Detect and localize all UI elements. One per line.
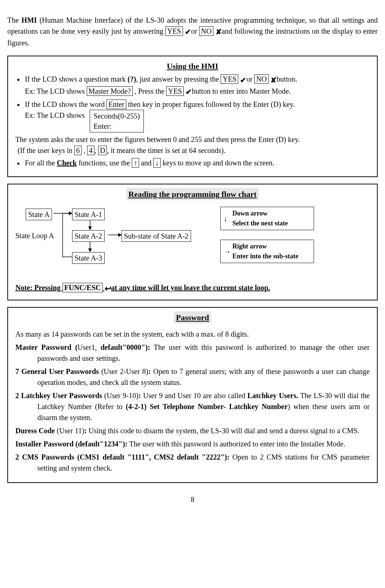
password-section: Password As many as 14 passwords can be …	[7, 307, 378, 483]
enter-word: Enter	[106, 100, 126, 109]
t: (User 2-User 8)	[99, 367, 148, 375]
t: Ex: The LCD shows	[25, 111, 85, 119]
lcd-line2: Enter:	[94, 121, 140, 131]
hmi-term: HMI	[21, 16, 37, 24]
key-D: D	[98, 146, 107, 155]
flow-arrows-svg	[15, 207, 370, 280]
t: keys to move up and down the screen.	[161, 159, 274, 167]
pw-intro: As many as 14 passwords can be set in th…	[15, 329, 370, 340]
pw-installer: Installer Password (default"1234"): The …	[15, 438, 370, 449]
x-icon: ✘	[216, 26, 222, 37]
yes-key: YES	[221, 74, 238, 84]
func-esc-key: FUNC/ESC	[63, 283, 103, 292]
substate-A2: Sub-state of State A-2	[122, 230, 191, 242]
check-icon: ✔	[186, 86, 192, 97]
state-A: State A	[26, 209, 52, 220]
t: , it means the timer is set at 64 second…	[107, 146, 225, 154]
t: Installer Password (default"1234"):	[15, 440, 127, 448]
hmi-title: Using the HMI	[167, 61, 218, 71]
t: If the LCD shows a question mark	[25, 75, 128, 83]
t: then key in proper figures followed by t…	[126, 100, 295, 108]
check-term: Check	[57, 159, 76, 167]
t: Enter into the sub-state	[232, 251, 309, 261]
t: :	[84, 427, 87, 435]
state-loop-label: State Loop A	[15, 230, 54, 241]
right-arrow-icon: →	[224, 246, 231, 257]
t: Using this code to disarm the system, th…	[87, 427, 359, 435]
t: ,	[94, 146, 98, 154]
t: For all the	[25, 159, 57, 167]
t: Latchkey Users.	[247, 392, 298, 400]
check-icon: ✔	[240, 75, 246, 86]
legend-down: ↓ Down arrow Select the next state	[220, 207, 314, 230]
t: (If the user keys in	[18, 146, 74, 154]
hmi-if-line: (If the user keys in 6 , 4, D, it means …	[15, 145, 370, 156]
check-icon: ✔	[185, 26, 191, 37]
t: If the LCD shows the word	[25, 100, 106, 108]
t: User 9 and User 10 are also called	[141, 392, 247, 400]
page-number: 8	[7, 494, 378, 505]
state-A1: State A-1	[72, 209, 105, 220]
legend-right: → Right arrow Enter into the sub-state	[220, 240, 314, 263]
hmi-section: Using the HMI If the LCD shows a questio…	[7, 56, 378, 177]
hmi-sys-line: The system asks the user to enter the fi…	[15, 134, 370, 145]
t: ,	[82, 146, 87, 154]
t: or	[246, 75, 254, 83]
t: and	[139, 159, 153, 167]
yes-key: YES	[165, 26, 183, 36]
flow-diagram: State A State A-1 State A-2 State A-3 Su…	[15, 207, 370, 280]
t: (4-2-1) Set Telephone Number- Latchkey N…	[126, 402, 288, 411]
pw-latchkey: 2 Latchkey User Passwords (User 9-10): U…	[15, 390, 370, 423]
t: 7 General User Passwords	[15, 367, 99, 375]
t: Note: Pressing	[15, 284, 63, 292]
lcd-display: Seconds(0-255) Enter:	[90, 110, 144, 132]
t: button.	[277, 75, 297, 83]
t: (User 11)	[55, 427, 84, 435]
t: , Press the	[133, 87, 167, 95]
t: Down arrow	[232, 209, 309, 218]
t: , just answer by pressing the	[136, 75, 221, 83]
pw-duress: Duress Code (User 11): Using this code t…	[15, 425, 370, 436]
key-6: 6	[74, 146, 82, 155]
t: functions, use the	[77, 159, 132, 167]
t: Duress Code	[15, 427, 55, 435]
flowchart-section: Reading the programming flow chart State…	[7, 184, 378, 300]
t: Master Password (	[15, 343, 78, 351]
master-mode-lcd: Master Mode?	[87, 86, 133, 96]
t: The user with this password is authorize…	[127, 440, 345, 448]
down-arrow-icon: ↓	[224, 213, 227, 224]
t: Ex: The LCD shows	[25, 87, 87, 95]
t: Select the next state	[232, 218, 309, 228]
t: The	[7, 16, 21, 24]
t: at any time will let you leave the curre…	[111, 284, 270, 292]
state-A2: State A-2	[72, 230, 105, 242]
no-key: NO	[199, 26, 213, 36]
x-icon: ✘	[270, 75, 277, 86]
hmi-bullet-2: If the LCD shows the word Enter then key…	[25, 99, 370, 132]
t: (?)	[128, 75, 136, 83]
t: User1,	[78, 343, 101, 351]
flow-note: Note: Pressing FUNC/ESC ↩at any time wil…	[15, 282, 370, 295]
t: button to enter into Master Mode.	[192, 87, 291, 95]
pw-master: Master Password (User1, default"0000"): …	[15, 342, 370, 364]
key-4: 4	[87, 146, 94, 155]
t: :	[148, 367, 151, 375]
intro-paragraph: The HMI (Human Machine Interface) of the…	[7, 15, 378, 48]
down-arrow-key: ↓	[153, 158, 161, 168]
t: (User 9-10)	[102, 392, 138, 400]
return-icon: ↩	[105, 282, 111, 295]
t: default"0000"):	[101, 343, 150, 351]
t: or	[191, 27, 199, 35]
hmi-bullet-1: If the LCD shows a question mark (?), ju…	[25, 74, 370, 97]
lcd-line1: Seconds(0-255)	[94, 111, 140, 121]
pw-title: Password	[174, 311, 211, 323]
t: 2 Latchkey User Passwords	[15, 392, 102, 400]
pw-cms: 2 CMS Passwords (CMS1 default "1111", CM…	[15, 452, 370, 473]
t: 2 CMS Passwords (CMS1 default "1111", CM…	[15, 453, 229, 461]
yes-key: YES	[166, 86, 184, 96]
hmi-bullet-3: For all the Check functions, use the ↑ a…	[25, 157, 370, 168]
flow-title: Reading the programming flow chart	[126, 188, 259, 200]
no-key: NO	[254, 74, 269, 84]
up-arrow-key: ↑	[132, 158, 139, 168]
pw-general: 7 General User Passwords (User 2-User 8)…	[15, 366, 370, 388]
